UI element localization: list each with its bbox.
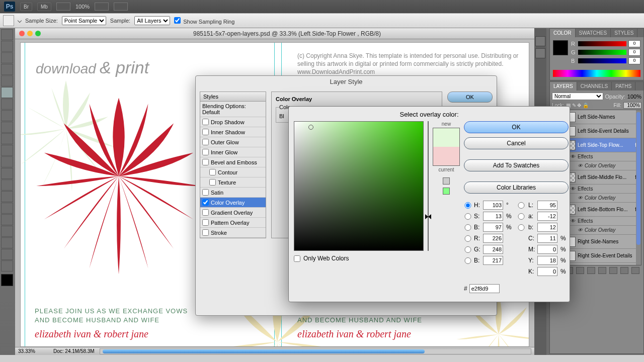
b-radio[interactable] [516,224,526,231]
zoom-level[interactable]: 100% [75,4,90,10]
brush-tool[interactable] [1,110,13,121]
h-radio[interactable] [464,202,472,209]
styles-header[interactable]: Styles [200,92,266,102]
r-field[interactable] [483,234,503,243]
g-slider[interactable] [578,50,626,55]
ls-inner-shadow[interactable]: Inner Shadow [200,127,266,137]
add-swatches-button[interactable]: Add To Swatches [464,159,569,171]
cube-icon[interactable] [443,177,450,185]
new-layer-icon[interactable] [620,267,628,274]
ls-pattern-overlay[interactable]: Pattern Overlay [200,218,266,228]
ls-satin[interactable]: Satin [200,188,266,198]
opacity-field[interactable]: 100% [627,94,641,100]
show-ring-check[interactable]: Show Sampling Ring [174,17,234,25]
tab-channels[interactable]: CHANNELS [577,82,612,90]
h-field[interactable] [483,201,503,210]
fx-icon[interactable] [576,267,584,274]
blending-options[interactable]: Blending Options: Default [200,102,266,117]
ls-outer-glow[interactable]: Outer Glow [200,137,266,147]
eyedropper-tool[interactable] [1,87,13,98]
tab-paths[interactable]: PATHS [612,82,635,90]
dodge-tool[interactable] [1,179,13,191]
g-radio[interactable] [464,246,472,253]
web-colors-check[interactable] [294,255,300,262]
color-libraries-button[interactable]: Color Libraries [464,182,569,194]
pen-tool[interactable] [1,191,13,202]
ls-color-overlay[interactable]: Color Overlay [200,198,266,208]
a-radio[interactable] [516,213,526,220]
mask-icon[interactable] [587,267,595,274]
bv-field[interactable] [483,223,503,232]
hand-tool[interactable] [1,249,13,260]
ls-inner-glow[interactable]: Inner Glow [200,147,266,157]
sv-field[interactable] [294,121,424,251]
blur-tool[interactable] [1,168,13,179]
arrange-dd[interactable] [95,3,109,11]
picker-ok-button[interactable]: OK [464,121,569,133]
fill-field[interactable]: 100% [623,102,641,109]
ls-bevel[interactable]: Bevel and Emboss [200,157,266,167]
zoom-tool[interactable] [1,260,13,272]
fg-bg-swatch[interactable] [1,274,13,286]
bc-field[interactable] [483,256,503,265]
sv-cursor[interactable] [308,125,313,130]
lasso-tool[interactable] [1,52,13,63]
websafe-icon[interactable] [443,188,450,195]
sample-size-select[interactable]: Point Sample [62,16,106,25]
fg-swatch[interactable] [553,40,568,55]
sample-select[interactable]: All Layers [134,16,170,25]
tab-layers[interactable]: LAYERS [550,82,577,90]
blend-mode-select[interactable]: Normal [552,93,603,100]
dock-icon-1[interactable] [535,36,545,46]
stamp-tool[interactable] [1,122,13,133]
new-current-swatch[interactable] [433,128,460,166]
b-field[interactable] [537,223,557,232]
type-tool[interactable] [1,203,13,214]
eraser-tool[interactable] [1,145,13,156]
ls-ok-button[interactable]: OK [447,92,493,103]
g-field[interactable] [483,245,503,254]
dock-icon-2[interactable] [535,48,545,58]
l-radio[interactable] [516,202,526,209]
hex-field[interactable] [469,284,500,293]
gradient-tool[interactable] [1,156,13,167]
r-radio[interactable] [464,235,472,242]
ls-contour[interactable]: Contour [200,167,266,177]
c-field[interactable] [537,234,557,243]
wand-tool[interactable] [1,64,13,75]
h-scrollbar[interactable] [100,348,531,354]
a-field[interactable] [537,212,557,221]
hue-slider[interactable] [428,121,429,251]
k-field[interactable] [537,267,557,276]
adjust-icon[interactable] [598,267,606,274]
minibridge-chip[interactable]: Mb [37,3,51,11]
ls-drop-shadow[interactable]: Drop Shadow [200,117,266,127]
tab-styles[interactable]: STYLES [611,29,637,37]
3d-tool[interactable] [1,237,13,248]
y-field[interactable] [537,256,557,265]
ls-texture[interactable]: Texture [200,177,266,188]
l-field[interactable] [537,201,557,210]
history-brush-tool[interactable] [1,133,13,144]
zoom-field[interactable]: 33.33% [18,348,48,354]
picker-cancel-button[interactable]: Cancel [464,137,569,149]
bv-radio[interactable] [464,224,472,231]
bridge-chip[interactable]: Br [20,3,32,11]
m-field[interactable] [537,245,557,254]
s-radio[interactable] [464,213,472,220]
path-tool[interactable] [1,214,13,225]
r-slider[interactable] [578,41,626,46]
screen-mode-dd[interactable] [56,3,70,11]
bc-radio[interactable] [464,257,472,264]
move-tool[interactable] [1,29,13,40]
window-controls[interactable] [19,31,41,36]
layers-scrollbar[interactable] [636,110,641,265]
tool-preset-drop[interactable] [18,19,22,23]
crop-tool[interactable] [1,75,13,86]
tab-swatches[interactable]: SWATCHES [576,29,611,37]
ls-stroke[interactable]: Stroke [200,228,266,238]
s-field[interactable] [483,212,503,221]
tab-color[interactable]: COLOR [550,29,576,37]
b-slider[interactable] [578,58,626,63]
tool-preset-icon[interactable] [3,15,14,26]
